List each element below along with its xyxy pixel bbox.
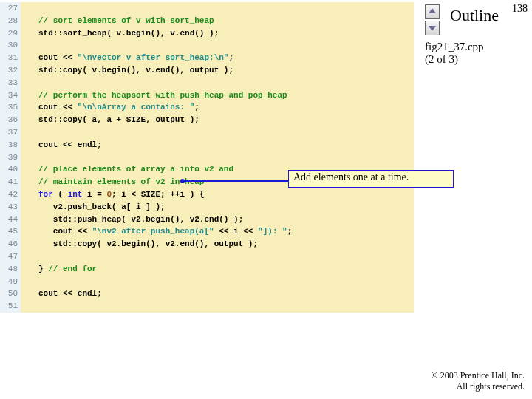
code-text: cout << "\nVector v after sort_heap:\n"; [21, 52, 233, 64]
footer-line2: All rights reserved. [457, 381, 525, 392]
nav-icon-stack [425, 4, 440, 37]
code-text: std::push_heap( v2.begin(), v2.end() ); [21, 214, 243, 226]
code-text: cout << endl; [21, 287, 102, 300]
code-line: 32std::copy( v.begin(), v.end(), output … [0, 64, 414, 77]
line-number: 43 [0, 201, 21, 214]
code-line: 50cout << endl; [0, 287, 414, 300]
line-number: 34 [0, 89, 21, 102]
code-text: } // end for [21, 263, 97, 276]
arrow-down-icon[interactable] [425, 21, 440, 35]
caption-filename: fig21_37.cpp [425, 41, 484, 52]
line-number: 35 [0, 101, 21, 114]
code-line: 43 v2.push_back( a[ i ] ); [0, 201, 414, 214]
code-line: 37 [0, 126, 414, 139]
code-block: 2728// sort elements of v with sort_heap… [0, 2, 414, 313]
code-line: 27 [0, 2, 414, 15]
line-number: 31 [0, 52, 21, 64]
code-line: 38cout << endl; [0, 139, 414, 151]
code-line: 30 [0, 39, 414, 52]
code-line: 36std::copy( a, a + SIZE, output ); [0, 114, 414, 126]
code-line: 39 [0, 151, 414, 164]
line-number: 27 [0, 2, 21, 15]
callout-text: Add elements one at a time. [293, 171, 409, 183]
line-number: 48 [0, 263, 21, 276]
line-number: 40 [0, 163, 21, 176]
code-text: for ( int i = 0; i < SIZE; ++i ) { [21, 188, 204, 201]
callout-connector [182, 180, 291, 182]
line-number: 32 [0, 64, 21, 77]
code-line: 45 cout << "\nv2 after push_heap(a[" << … [0, 225, 414, 238]
line-number: 42 [0, 188, 21, 201]
code-text: cout << "\n\nArray a contains: "; [21, 101, 200, 114]
line-number: 38 [0, 139, 21, 151]
code-text: v2.push_back( a[ i ] ); [21, 201, 166, 214]
code-text: // place elements of array a into v2 and [21, 163, 233, 176]
line-number: 46 [0, 238, 21, 250]
code-text: cout << "\nv2 after push_heap(a[" << i <… [21, 225, 292, 238]
code-line: 34// perform the heapsort with push_heap… [0, 89, 414, 102]
callout-box: Add elements one at a time. [288, 170, 454, 188]
line-number: 41 [0, 176, 21, 188]
code-line: 46 std::copy( v2.begin(), v2.end(), outp… [0, 238, 414, 250]
caption-partinfo: (2 of 3) [425, 53, 458, 65]
code-line: 31cout << "\nVector v after sort_heap:\n… [0, 52, 414, 64]
code-line: 42for ( int i = 0; i < SIZE; ++i ) { [0, 188, 414, 201]
code-text: std::copy( a, a + SIZE, output ); [21, 114, 200, 126]
code-text: // maintain elements of v2 in heap [21, 176, 204, 188]
code-line: 49 [0, 276, 414, 288]
code-line: 29std::sort_heap( v.begin(), v.end() ); [0, 27, 414, 40]
code-line: 35cout << "\n\nArray a contains: "; [0, 101, 414, 114]
line-number: 29 [0, 27, 21, 40]
code-line: 47 [0, 250, 414, 263]
page-number: 138 [512, 3, 528, 15]
copyright-footer: © 2003 Prentice Hall, Inc. All rights re… [432, 370, 525, 392]
line-number: 37 [0, 126, 21, 139]
code-text: // sort elements of v with sort_heap [21, 15, 214, 27]
line-number: 33 [0, 77, 21, 89]
line-number: 36 [0, 114, 21, 126]
code-line: 28// sort elements of v with sort_heap [0, 15, 414, 27]
code-line: 51 [0, 300, 414, 313]
line-number: 39 [0, 151, 21, 164]
code-text: std::sort_heap( v.begin(), v.end() ); [21, 27, 219, 40]
line-number: 45 [0, 225, 21, 238]
line-number: 30 [0, 39, 21, 52]
footer-line1: © 2003 Prentice Hall, Inc. [432, 370, 525, 381]
outline-title: Outline [450, 6, 499, 25]
line-number: 47 [0, 250, 21, 263]
figure-caption: fig21_37.cpp (2 of 3) [425, 41, 506, 66]
code-text: std::copy( v2.begin(), v2.end(), output … [21, 238, 258, 250]
line-number: 51 [0, 300, 21, 313]
code-text: std::copy( v.begin(), v.end(), output ); [21, 64, 233, 77]
line-number: 44 [0, 214, 21, 226]
code-text: cout << endl; [21, 139, 102, 151]
line-number: 28 [0, 15, 21, 27]
line-number: 50 [0, 287, 21, 300]
arrow-up-icon[interactable] [425, 4, 440, 19]
code-line: 33 [0, 77, 414, 89]
code-line: 44 std::push_heap( v2.begin(), v2.end() … [0, 214, 414, 226]
code-text: // perform the heapsort with push_heap a… [21, 89, 287, 102]
line-number: 49 [0, 276, 21, 288]
code-line: 48} // end for [0, 263, 414, 276]
